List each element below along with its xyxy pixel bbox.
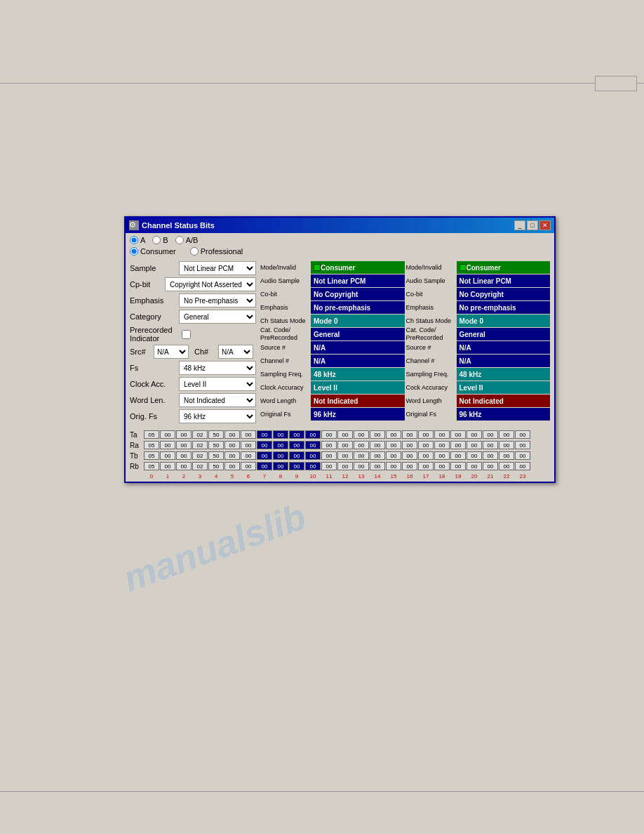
ch-label-2: Co-bit — [260, 288, 311, 300]
ch-value-11: 96 kHz — [457, 408, 551, 421]
origfs-select[interactable]: 96 kHz — [179, 409, 256, 423]
bit-number: 15 — [386, 472, 401, 480]
bit-cell: 00 — [176, 430, 192, 439]
wordlen-row: Word Len. Not Indicated — [130, 393, 256, 407]
ch-select[interactable]: N/A — [218, 345, 253, 359]
radio-b-label[interactable]: B — [152, 236, 168, 244]
bit-cell: 00 — [402, 462, 417, 470]
ch-value-text-6: N/A — [314, 344, 326, 352]
ch-row-1: Audio SampleNot Linear PCM — [406, 274, 551, 287]
ch-label-9: Clock Accuracy — [260, 381, 311, 394]
bit-cell: 00 — [450, 430, 466, 439]
ch-value-text-11: 96 kHz — [459, 411, 482, 418]
bit-number: 0 — [144, 472, 159, 480]
bit-cell: 00 — [483, 462, 498, 470]
ch-label-8: Sampling Freq. — [406, 368, 457, 380]
bit-cell: 00 — [305, 462, 321, 470]
bit-cell: 00 — [499, 430, 514, 439]
bit-cell: 00 — [257, 451, 272, 460]
clockacc-select[interactable]: Level II — [179, 377, 256, 391]
bit-row-label-1: Ra — [130, 442, 144, 449]
bit-number: 22 — [499, 472, 514, 480]
ch-row-2: Co-bitNo Copyright — [260, 288, 405, 300]
wordlen-select[interactable]: Not Indicated — [179, 393, 256, 407]
radio-ab-label[interactable]: A/B — [175, 236, 199, 244]
ch-label-4: Ch Status Mode — [260, 315, 311, 327]
ch-label-1: Audio Sample — [406, 274, 457, 287]
bit-number: 3 — [192, 472, 208, 480]
bit-row-label-3: Rb — [130, 463, 144, 470]
ch-label-2: Co-bit — [406, 288, 457, 300]
bit-cell: 00 — [337, 462, 353, 470]
bit-cell: 00 — [467, 441, 482, 449]
bit-cell: 00 — [402, 430, 417, 439]
ch-value-5: General — [311, 328, 405, 340]
title-bar: ⚙ Channel Status Bits _ □ ✕ — [126, 218, 554, 233]
ch-value-text-5: General — [314, 331, 340, 338]
ch-row-3: EmphasisNo pre-emphasis — [406, 301, 551, 314]
src-select[interactable]: N/A — [154, 345, 189, 359]
prerecorded-checkbox[interactable] — [182, 330, 191, 339]
ch-value-text-10: Not Indicated — [314, 397, 358, 405]
radio-a-label[interactable]: A — [130, 236, 145, 244]
radio-professional[interactable] — [190, 247, 199, 256]
ch-label-3: Emphasis — [406, 301, 457, 314]
bit-cell: 00 — [241, 451, 256, 460]
fs-select[interactable]: 48 kHz — [179, 361, 256, 375]
ch-row-6: Source #N/A — [406, 341, 551, 354]
bit-cell: 00 — [499, 441, 514, 449]
radio-b[interactable] — [152, 236, 161, 244]
bit-cell: 00 — [257, 430, 272, 439]
ch-label-7: Channel # — [260, 355, 311, 367]
emphasis-select[interactable]: No Pre-emphasis — [179, 293, 256, 307]
cpbit-select[interactable]: Copyright Not Asserted — [165, 277, 256, 291]
ch-label-7: Channel # — [406, 355, 457, 367]
radio-ab-text: A/B — [186, 236, 199, 244]
bit-cell: 00 — [176, 441, 192, 449]
green-dot-icon — [314, 264, 321, 271]
radio-consumer-label[interactable]: Consumer — [130, 247, 176, 256]
bit-number: 21 — [483, 472, 498, 480]
bit-number: 6 — [241, 472, 256, 480]
bit-number: 5 — [224, 472, 240, 480]
maximize-button[interactable]: □ — [527, 220, 538, 230]
bit-cell: 50 — [208, 441, 224, 449]
category-select[interactable]: General — [179, 310, 256, 324]
ch-label-9: Cock Accuracy — [406, 381, 457, 394]
bit-cell: 00 — [434, 451, 450, 460]
radio-ab[interactable] — [175, 236, 184, 244]
channel-select-row: A B A/B — [126, 233, 554, 246]
bit-number: 12 — [337, 472, 353, 480]
radio-professional-label[interactable]: Professional — [190, 247, 243, 256]
ch-row-6: Source #N/A — [260, 341, 405, 354]
ch-value-10: Not Indicated — [311, 395, 405, 407]
radio-b-text: B — [163, 236, 168, 244]
bit-cell: 00 — [176, 462, 192, 470]
bit-cell: 00 — [273, 451, 288, 460]
top-bar-line — [0, 83, 644, 84]
radio-consumer[interactable] — [130, 247, 138, 256]
radio-a[interactable] — [130, 236, 138, 244]
ch-value-text-3: No pre-emphasis — [459, 304, 516, 312]
bit-rows-section: Ta05000002500000000000000000000000000000… — [126, 428, 554, 482]
ch-row-5: Cat. Code/ PreRecordedGeneral — [406, 328, 551, 340]
radio-consumer-text: Consumer — [140, 247, 176, 256]
clockacc-row: Clock Acc. Level II — [130, 377, 256, 391]
close-button[interactable]: ✕ — [539, 220, 551, 230]
bit-cell: 00 — [434, 462, 450, 470]
ch-row-9: Clock AccuracyLevel II — [260, 381, 405, 394]
ch-value-text-1: Not Linear PCM — [314, 277, 365, 285]
channel-a-panel: Mode/InvalidConsumerAudio SampleNot Line… — [260, 261, 405, 425]
channel-b-panel: Mode/InvalidConsumerAudio SampleNot Line… — [406, 261, 551, 425]
src-label: Src# — [130, 348, 151, 356]
sample-select[interactable]: Not Linear PCM — [179, 261, 256, 275]
bit-number: 4 — [208, 472, 224, 480]
ch-value-text-8: 48 kHz — [314, 371, 336, 378]
minimize-button[interactable]: _ — [514, 220, 525, 230]
bit-cell: 50 — [208, 462, 224, 470]
ch-row-9: Cock AccuracyLevel II — [406, 381, 551, 394]
ch-label-0: Mode/Invalid — [260, 261, 311, 274]
bit-cell: 00 — [257, 441, 272, 449]
ch-row-7: Channel #N/A — [406, 355, 551, 367]
bit-cell: 00 — [418, 441, 434, 449]
